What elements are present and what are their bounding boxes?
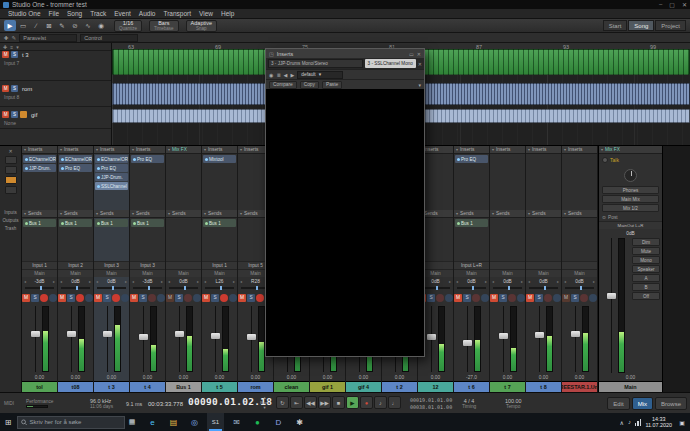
- channel-output-label[interactable]: Main: [58, 269, 93, 277]
- monitor-button[interactable]: [229, 294, 237, 302]
- bend-tool-icon[interactable]: ∿: [82, 20, 94, 31]
- talkback-row[interactable]: Talk: [599, 154, 662, 165]
- compare-button[interactable]: Compare: [269, 81, 297, 89]
- record-arm-button[interactable]: [76, 294, 84, 302]
- fader[interactable]: [139, 306, 148, 372]
- mixer-channel[interactable]: ▾Mix FX▾SendsMain◂0dB▸MS0.00Bus 1: [166, 146, 202, 392]
- main-gain[interactable]: 0dB: [599, 229, 662, 237]
- channel-inserts-header[interactable]: ▾Inserts: [562, 146, 597, 154]
- fader[interactable]: [103, 306, 112, 372]
- solo-button[interactable]: S: [103, 294, 111, 302]
- menu-item-audio[interactable]: Audio: [135, 10, 160, 17]
- preset-list-icon[interactable]: ≣: [276, 72, 280, 78]
- fader-cap[interactable]: [247, 334, 256, 340]
- chrome-icon[interactable]: ◎: [186, 413, 203, 431]
- mix-12-button[interactable]: Mix 1/2: [602, 204, 659, 212]
- time-signature-display[interactable]: 4 / 4 Timing: [462, 393, 476, 414]
- send-slot[interactable]: Bus 1: [59, 219, 92, 227]
- record-arm-button[interactable]: [220, 294, 228, 302]
- channel-gain[interactable]: ◂-3dB▸: [22, 277, 57, 285]
- channel-name[interactable]: gif 1: [310, 381, 345, 392]
- channel-inserts-header[interactable]: ▾Inserts: [526, 146, 561, 154]
- solo-button[interactable]: S: [499, 294, 507, 302]
- channel-output-label[interactable]: Main: [94, 269, 129, 277]
- close-mixer-icon[interactable]: ✕: [8, 148, 12, 154]
- search-input[interactable]: [29, 419, 121, 425]
- record-arm-button[interactable]: [472, 294, 480, 302]
- fader-cap[interactable]: [535, 332, 544, 338]
- plugin-ui-area[interactable]: [266, 89, 424, 356]
- gain-left-icon[interactable]: ◂: [240, 279, 242, 284]
- channel-name[interactable]: rom: [238, 381, 273, 392]
- main-mixfx-header[interactable]: ▾ Mix FX: [599, 146, 662, 154]
- tray-chevron-icon[interactable]: ∧: [620, 419, 624, 426]
- post-row[interactable]: ⊙ Post: [599, 213, 662, 221]
- track-input-label[interactable]: Input 7: [0, 58, 111, 66]
- fader[interactable]: [175, 306, 184, 372]
- menu-item-file[interactable]: File: [45, 10, 63, 17]
- fader[interactable]: [211, 306, 220, 372]
- menu-item-studio-one[interactable]: Studio One: [4, 10, 45, 17]
- mute-button[interactable]: M: [22, 294, 30, 302]
- solo-button[interactable]: S: [427, 294, 435, 302]
- track-input-label[interactable]: None: [0, 118, 111, 126]
- channel-name[interactable]: t 7: [490, 381, 525, 392]
- menu-item-transport[interactable]: Transport: [159, 10, 195, 17]
- channel-inserts-header[interactable]: ▾Inserts: [94, 146, 129, 154]
- page-button-song[interactable]: Song: [628, 20, 654, 31]
- arrow-tool-icon[interactable]: ▶: [4, 20, 16, 31]
- channel-sends-header[interactable]: ▾Sends: [94, 210, 129, 218]
- gain-right-icon[interactable]: ▸: [521, 279, 523, 284]
- prev-preset-icon[interactable]: ◀: [284, 72, 288, 78]
- gain-left-icon[interactable]: ◂: [204, 279, 206, 284]
- mixer-channel[interactable]: ▾InsertsEChannelORPro EQJJP-Drum.SSLChan…: [94, 146, 130, 392]
- mute-button[interactable]: M: [94, 294, 102, 302]
- main-fader-cap[interactable]: [607, 293, 616, 299]
- fader-cap[interactable]: [175, 331, 184, 337]
- active-plugin-tab[interactable]: 3 - SSLChannel Mono: [365, 59, 416, 68]
- gain-left-icon[interactable]: ◂: [60, 279, 62, 284]
- channel-inserts-header[interactable]: ▾Inserts: [490, 146, 525, 154]
- speaker-button[interactable]: Speaker: [632, 265, 660, 273]
- record-button[interactable]: ●: [360, 396, 373, 409]
- monitor-button[interactable]: [481, 294, 489, 302]
- channel-sends-header[interactable]: ▾Sends: [130, 210, 165, 218]
- gain-right-icon[interactable]: ▸: [161, 279, 163, 284]
- gain-right-icon[interactable]: ▸: [89, 279, 91, 284]
- track-name[interactable]: rom: [22, 86, 32, 92]
- track-solo-button[interactable]: S: [11, 85, 18, 92]
- gain-right-icon[interactable]: ▸: [449, 279, 451, 284]
- tempo-display[interactable]: 100.00 Tempo: [505, 393, 522, 414]
- send-slot[interactable]: Bus 1: [23, 219, 56, 227]
- record-arm-button[interactable]: [148, 294, 156, 302]
- channel-sends-header[interactable]: ▾Sends: [202, 210, 237, 218]
- channel-name[interactable]: t08: [58, 381, 93, 392]
- rail-label-outputs[interactable]: Outputs: [2, 218, 18, 223]
- mixer-channel[interactable]: ▾Inserts▾SendsMain◂0dB▸MS0.00REESTAR.1.U…: [562, 146, 598, 392]
- record-arm-button[interactable]: [436, 294, 444, 302]
- counter-unit[interactable]: ▴ Bars ▾: [260, 395, 269, 410]
- channel-input-label[interactable]: Input 2: [58, 261, 93, 269]
- channel-input-label[interactable]: Input 1: [202, 261, 237, 269]
- channel-output-label[interactable]: Main: [562, 269, 597, 277]
- mixer-channel[interactable]: ▾InsertsEChannelORPro EQ▾SendsBus 1Input…: [58, 146, 94, 392]
- mail-icon[interactable]: ✉: [228, 413, 245, 431]
- volume-icon[interactable]: ♪: [628, 419, 631, 425]
- fader-cap[interactable]: [211, 333, 220, 339]
- solo-button[interactable]: S: [247, 294, 255, 302]
- channel-inserts-header[interactable]: ▾Inserts: [58, 146, 93, 154]
- add-icon[interactable]: ✚: [4, 35, 9, 41]
- a-button[interactable]: A: [632, 274, 660, 282]
- track-mute-button[interactable]: M: [2, 51, 9, 58]
- record-arm-button[interactable]: [508, 294, 516, 302]
- menu-item-track[interactable]: Track: [86, 10, 110, 17]
- fader[interactable]: [463, 306, 472, 372]
- channel-gain[interactable]: ◂0dB▸: [94, 277, 129, 285]
- channel-name[interactable]: gif 4: [346, 381, 381, 392]
- channel-name[interactable]: clean: [274, 381, 309, 392]
- fader[interactable]: [427, 306, 436, 372]
- channel-gain[interactable]: ◂0dB▸: [526, 277, 561, 285]
- channel-list-icon[interactable]: [5, 166, 17, 174]
- channel-name[interactable]: t 2: [382, 381, 417, 392]
- menu-item-song[interactable]: Song: [63, 10, 86, 17]
